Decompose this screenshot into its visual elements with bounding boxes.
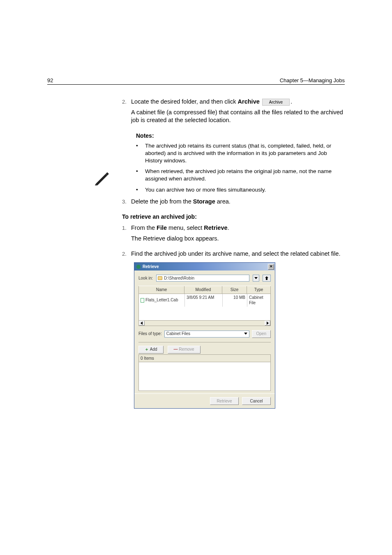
look-in-field[interactable]: D:\Shared\Robin [156, 275, 249, 282]
cell-type: Cabinet File [247, 294, 270, 307]
items-header: 0 Items [138, 354, 271, 363]
step-number: 1. [122, 224, 131, 247]
retrieve-heading: To retrieve an archived job: [47, 213, 345, 221]
app-icon [136, 264, 141, 269]
retrieve-button[interactable]: Retrieve [210, 397, 239, 405]
cancel-button[interactable]: Cancel [242, 397, 271, 405]
file-grid[interactable]: Flats_Letter1.Cab 3/8/05 9:21 AM 10 MB C… [138, 294, 271, 320]
cell-name: Flats_Letter1.Cab [145, 297, 178, 303]
page-header: 92 Chapter 5—Managing Jobs [47, 77, 345, 83]
scroll-left-icon[interactable] [139, 321, 145, 326]
note-item: •When retrieved, the archived job retain… [136, 168, 345, 183]
horizontal-scrollbar[interactable] [138, 320, 271, 326]
file-type-value: Cabinet Files [166, 331, 190, 337]
file-type-select[interactable]: Cabinet Files [164, 331, 249, 338]
col-size[interactable]: Size [222, 286, 247, 294]
step-number: 2. [122, 98, 131, 129]
folder-icon [158, 276, 162, 280]
plus-icon: ＋ [145, 347, 149, 352]
minus-icon: — [174, 347, 178, 352]
page-number: 92 [47, 77, 53, 83]
archive-word: Archive [238, 98, 260, 105]
items-list[interactable] [138, 362, 271, 391]
col-name[interactable]: Name [138, 286, 184, 294]
look-in-path: D:\Shared\Robin [164, 275, 194, 281]
notes-label: Notes: [136, 132, 345, 140]
step-number: 3. [122, 198, 131, 206]
file-icon [141, 298, 144, 303]
step-2: 2. Locate the desired folder, and then c… [122, 98, 345, 129]
close-icon[interactable]: ✕ [268, 264, 274, 270]
step-para: The Retrieve dialog box appears. [131, 235, 345, 243]
open-button[interactable]: Open [252, 330, 271, 338]
col-modified[interactable]: Modified [184, 286, 222, 294]
look-in-label: Look in: [138, 275, 153, 281]
table-row[interactable]: Flats_Letter1.Cab 3/8/05 9:21 AM 10 MB C… [139, 294, 270, 307]
note-item: •The archived job retains its current st… [136, 142, 345, 165]
col-type[interactable]: Type [247, 286, 271, 294]
step-c2: 2. Find the archived job under its archi… [122, 250, 345, 258]
archive-button[interactable]: Archive [262, 99, 290, 106]
chevron-down-icon [244, 333, 247, 335]
chevron-down-icon [254, 277, 258, 280]
step-c1: 1. From the File menu, select Retrieve. … [122, 224, 345, 247]
note-icon [93, 169, 111, 189]
chapter-title: Chapter 5—Managing Jobs [280, 77, 345, 83]
remove-button[interactable]: — Remove [168, 346, 201, 354]
step-text: Locate the desired folder, and then clic… [131, 98, 238, 105]
up-folder-button[interactable] [263, 275, 271, 282]
svg-point-0 [136, 265, 141, 269]
file-type-label: Files of type: [138, 331, 162, 337]
retrieve-dialog: Retrieve ✕ Look in: D:\Shared\Robin [134, 262, 275, 409]
dialog-titlebar[interactable]: Retrieve ✕ [134, 263, 275, 271]
file-grid-header: Name Modified Size Type [138, 286, 271, 294]
step-number: 2. [122, 250, 131, 258]
look-in-dropdown[interactable] [253, 275, 259, 282]
up-arrow-icon [264, 276, 269, 280]
header-rule [47, 84, 345, 85]
scroll-right-icon[interactable] [265, 321, 270, 326]
cell-modified: 3/8/05 9:21 AM [185, 294, 223, 307]
dialog-title: Retrieve [143, 264, 159, 270]
note-item: •You can archive two or more files simul… [136, 186, 345, 194]
step-trail: . [291, 98, 292, 105]
step-para: A cabinet file (a compressed file) that … [131, 109, 345, 125]
add-button[interactable]: ＋ Add [138, 346, 164, 354]
divider [138, 342, 271, 342]
step-3: 3. Delete the job from the Storage area. [122, 198, 345, 206]
cell-size: 10 MB [223, 294, 247, 307]
